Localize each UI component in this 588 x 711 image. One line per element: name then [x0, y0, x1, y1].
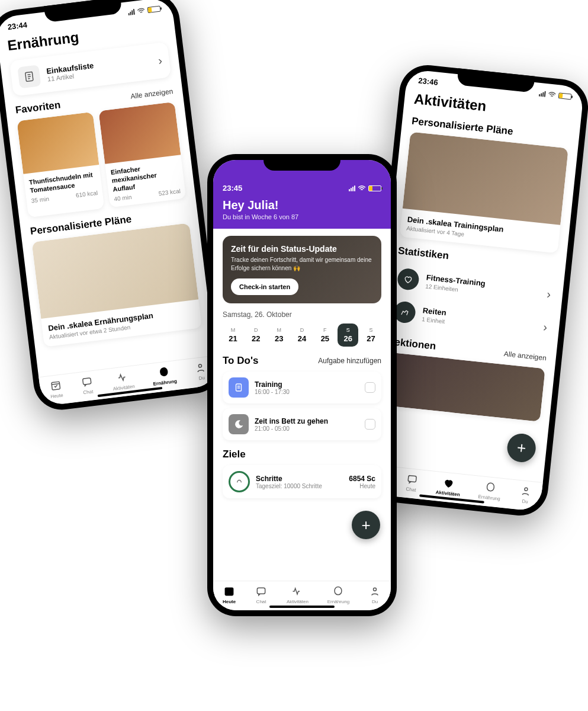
food-time: 40 min: [114, 194, 132, 203]
clipboard-icon: [229, 377, 249, 398]
lesson-image: [382, 352, 545, 422]
screen: 23:45 Hey Julia! Du bist in Woche 6 von …: [213, 160, 391, 610]
day[interactable]: M21: [223, 324, 243, 347]
day[interactable]: D24: [292, 324, 313, 347]
food-card[interactable]: Einfacher mexikanischer Auflauf 40 min 5…: [98, 102, 186, 207]
todo-title: Zeit ins Bett zu gehen: [255, 417, 359, 425]
plan-card[interactable]: Dein .skalea Trainingsplan Aktualisiert …: [400, 132, 568, 253]
day[interactable]: F25: [314, 324, 335, 347]
tab-nutrition[interactable]: Ernährung: [151, 364, 177, 387]
signal-icon: [539, 90, 546, 97]
goals-heading: Ziele: [223, 449, 381, 460]
day[interactable]: S27: [361, 324, 381, 347]
list-icon: [17, 65, 41, 88]
day-selected[interactable]: S26: [338, 324, 358, 347]
status-update-card: Zeit für dein Status-Update Tracke deine…: [223, 236, 381, 303]
status-icons: [128, 5, 161, 15]
lesson-card[interactable]: [382, 352, 545, 422]
food-grid: Thunfischnudeln mit Tomatensauce 35 min …: [17, 102, 186, 217]
clock: 23:46: [418, 76, 439, 87]
wifi-icon: [358, 185, 366, 191]
date-label: Samstag, 26. Oktober: [223, 310, 381, 319]
home-indicator: [269, 606, 335, 608]
clock: 23:44: [7, 20, 28, 31]
status-icons: [539, 90, 572, 100]
clock: 23:45: [223, 184, 242, 193]
week-progress: Du bist in Woche 6 von 87: [223, 213, 381, 220]
steps-ring-icon: [229, 471, 250, 492]
goal-when: Heute: [349, 483, 375, 489]
goal-card[interactable]: Schritte Tagesziel: 10000 Schritte 6854 …: [223, 465, 381, 498]
todo-time: 16:00 - 17:30: [255, 389, 359, 395]
tab-chat[interactable]: Chat: [404, 472, 419, 493]
day-picker: M21 D22 M23 D24 F25 S26 S27: [223, 324, 381, 347]
svg-rect-2: [82, 378, 91, 385]
hero-title: Zeit für dein Status-Update: [231, 244, 373, 254]
signal-icon: [349, 185, 355, 191]
checkbox[interactable]: [365, 382, 375, 393]
tab-today[interactable]: Heute: [49, 379, 64, 399]
show-all-link[interactable]: Alle anzeigen: [503, 350, 547, 362]
plan-card[interactable]: Dein .skalea Ernährungsplan Aktualisiert…: [31, 223, 202, 347]
tab-nutrition[interactable]: Ernährung: [478, 480, 502, 502]
signal-icon: [128, 8, 135, 15]
svg-rect-1: [52, 382, 60, 390]
todo-time: 21:00 - 05:00: [255, 425, 359, 432]
food-image: [17, 112, 99, 174]
tab-today[interactable]: Heute: [223, 585, 236, 604]
tab-nutrition[interactable]: Ernährung: [327, 585, 349, 604]
hero-sub: Tracke deinen Fortschritt, damit wir gem…: [231, 256, 373, 273]
tab-activities[interactable]: Aktivitäten: [435, 475, 461, 497]
phone-today: 23:45 Hey Julia! Du bist in Woche 6 von …: [207, 154, 397, 616]
tab-activities[interactable]: Aktivitäten: [287, 585, 309, 604]
todo-title: Training: [255, 380, 359, 389]
svg-point-7: [374, 588, 377, 591]
tab-chat[interactable]: Chat: [80, 374, 95, 395]
todo-item[interactable]: Training16:00 - 17:30: [223, 371, 381, 403]
chevron-right-icon: ›: [546, 287, 551, 301]
checkin-button[interactable]: Check-in starten: [231, 278, 298, 295]
day[interactable]: D22: [246, 324, 266, 347]
battery-icon: [368, 185, 381, 191]
svg-rect-6: [257, 588, 265, 594]
food-time: 35 min: [31, 195, 49, 204]
checkbox[interactable]: [365, 419, 375, 430]
goal-value: 6854 Sc: [349, 475, 375, 483]
svg-point-10: [525, 488, 528, 491]
purple-header: 23:45 Hey Julia! Du bist in Woche 6 von …: [213, 160, 391, 229]
show-all-link[interactable]: Alle anzeigen: [130, 87, 173, 101]
moon-icon: [229, 414, 249, 434]
food-card[interactable]: Thunfischnudeln mit Tomatensauce 35 min …: [17, 112, 104, 217]
tab-chat[interactable]: Chat: [255, 585, 268, 604]
chevron-right-icon: ›: [542, 320, 548, 334]
battery-icon: [147, 5, 161, 13]
phone-nutrition: 23:44 Ernährung Einkaufsliste 11 Artikel…: [0, 0, 225, 413]
todo-item[interactable]: Zeit ins Bett zu gehen21:00 - 05:00: [223, 408, 381, 440]
wifi-icon: [137, 7, 146, 14]
heart-icon: [397, 268, 420, 292]
status-icons: [349, 185, 381, 191]
tab-you[interactable]: Du: [518, 484, 533, 505]
greeting: Hey Julia!: [223, 198, 381, 212]
add-task-link[interactable]: Aufgabe hinzufügen: [318, 357, 381, 365]
svg-rect-5: [225, 588, 233, 595]
content: Ernährung Einkaufsliste 11 Artikel › Fav…: [0, 14, 218, 400]
food-image: [98, 102, 181, 164]
tab-you[interactable]: Du: [193, 360, 208, 381]
food-kcal: 610 kcal: [75, 189, 98, 198]
goal-title: Schritte: [256, 475, 343, 483]
fab-add[interactable]: +: [352, 511, 380, 539]
screen: 23:44 Ernährung Einkaufsliste 11 Artikel…: [0, 0, 219, 406]
svg-rect-4: [236, 384, 242, 391]
food-kcal: 523 kcal: [158, 188, 181, 197]
chevron-right-icon: ›: [158, 53, 163, 68]
status-bar: 23:45: [223, 184, 381, 193]
tab-you[interactable]: Du: [368, 585, 381, 604]
svg-rect-9: [408, 475, 416, 482]
battery-icon: [558, 92, 572, 100]
day[interactable]: M23: [269, 324, 290, 347]
goal-sub: Tagesziel: 10000 Schritte: [256, 483, 343, 489]
tab-activities[interactable]: Aktivitäten: [111, 370, 135, 392]
todos-heading: To Do's Aufgabe hinzufügen: [223, 355, 381, 367]
wifi-icon: [548, 91, 557, 98]
